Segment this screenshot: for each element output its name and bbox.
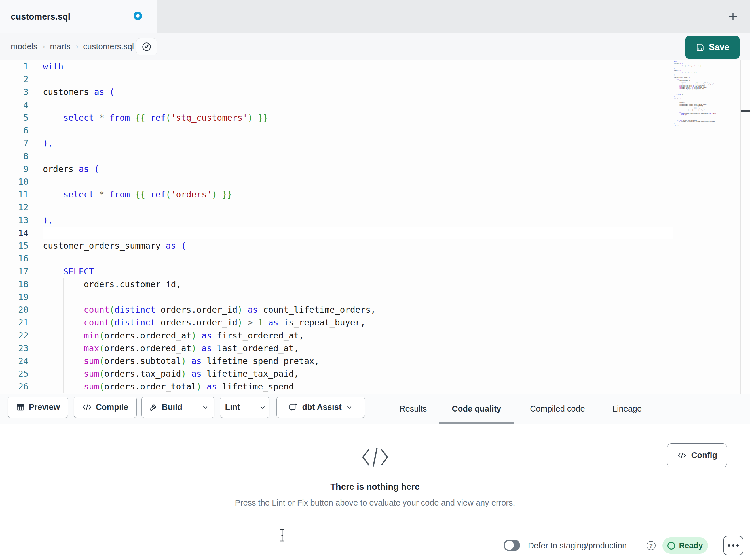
line-number: 17 [0,265,28,278]
breadcrumb-bar: models › marts › customers.sql Save [0,33,750,60]
ellipsis-icon [732,544,734,547]
tab-results[interactable]: Results [397,394,429,424]
save-button[interactable]: Save [685,36,739,59]
code-line-2[interactable]: 2 [0,73,750,86]
code-line-13[interactable]: 13), [0,214,750,227]
button-divider [193,397,193,417]
line-number: 10 [0,175,28,188]
code-line-7[interactable]: 7), [0,137,750,149]
more-options-button[interactable] [723,536,743,555]
preview-button-label: Preview [29,402,60,412]
line-number: 20 [0,303,28,316]
breadcrumb-item-file[interactable]: customers.sql [83,42,134,51]
overview-ruler[interactable] [741,60,750,394]
code-line-10[interactable]: 10 [0,175,750,188]
line-number: 16 [0,252,28,265]
dbt-ide-window: { "window": { "tab_title": "customers.sq… [0,0,750,560]
chevron-down-icon [202,403,209,411]
code-line-18[interactable]: 18 orders.customer_id, [0,278,750,291]
code-line-14[interactable]: 14 [0,227,750,240]
ready-badge-label: Ready [679,541,703,550]
code-line-15[interactable]: 15customer_orders_summary as ( [0,240,750,252]
wrench-icon [149,403,158,412]
save-button-label: Save [709,42,729,53]
compile-button-label: Compile [96,402,128,412]
line-number: 26 [0,380,28,393]
code-line-16[interactable]: 16 [0,252,750,265]
line-number: 1 [0,60,28,73]
code-line-3[interactable]: 3customers as ( [0,86,750,98]
empty-state-description: Press the Lint or Fix button above to ev… [0,498,750,507]
config-button-label: Config [691,451,717,460]
code-line-19[interactable]: 19 [0,291,750,303]
code-line-17[interactable]: 17 SELECT [0,265,750,278]
lint-dropdown-button[interactable] [254,397,271,417]
line-number: 8 [0,150,28,163]
code-line-24[interactable]: 24 sum(orders.subtotal) as lifetime_spen… [0,355,750,367]
build-dropdown-button[interactable] [197,397,214,417]
code-line-26[interactable]: 26 sum(orders.order_total) as lifetime_s… [0,380,750,393]
code-line-25[interactable]: 25 sum(orders.tax_paid) as lifetime_tax_… [0,367,750,380]
code-line-9[interactable]: 9orders as ( [0,163,750,175]
defer-toggle[interactable] [504,540,520,551]
line-number: 14 [0,227,28,240]
code-line-21[interactable]: 21 count(distinct orders.order_id) > 1 a… [0,316,750,329]
code-line-20[interactable]: 20 count(distinct orders.order_id) as co… [0,303,750,316]
line-number: 19 [0,291,28,303]
scroll-position-marker[interactable] [741,110,750,112]
code-line-11[interactable]: 11 select * from {{ ref('orders') }} [0,188,750,201]
breadcrumb-separator: › [76,42,78,51]
line-number: 2 [0,73,28,86]
compile-button[interactable]: Compile [74,397,137,418]
line-number: 7 [0,137,28,149]
explore-lineage-button[interactable] [136,38,157,55]
tab-code-quality[interactable]: Code quality [450,394,503,424]
code-icon [677,452,687,459]
build-button[interactable]: Build [143,397,189,417]
lint-button[interactable]: Lint [219,397,246,417]
code-line-1[interactable]: 1with [0,60,750,73]
active-tab-underline [439,422,514,424]
code-line-8[interactable]: 8 [0,150,750,163]
code-line-5[interactable]: 5 select * from {{ ref('stg_customers') … [0,111,750,124]
code-line-4[interactable]: 4 [0,99,750,111]
line-number: 6 [0,124,28,137]
breadcrumb-item-models[interactable]: models [11,42,37,51]
tab-lineage[interactable]: Lineage [611,394,644,424]
preview-button[interactable]: Preview [8,397,68,418]
tab-compiled-code[interactable]: Compiled code [526,394,589,424]
breadcrumb-item-marts[interactable]: marts [50,42,71,51]
floppy-icon [695,43,705,52]
status-badge-ready: Ready [663,537,708,554]
line-number: 23 [0,342,28,355]
code-editor[interactable]: 1with23customers as (45 select * from {{… [0,60,750,394]
text-cursor-icon [279,529,286,542]
file-tab-customers-sql[interactable]: customers.sql [0,0,157,33]
line-number: 5 [0,111,28,124]
new-tab-button[interactable] [716,0,750,33]
code-line-6[interactable]: 6 [0,124,750,137]
line-number: 15 [0,240,28,252]
build-button-label: Build [162,402,183,412]
code-line-22[interactable]: 22 min(orders.ordered_at) as first_order… [0,329,750,342]
breadcrumb-separator: › [42,42,45,51]
empty-state-title: There is nothing here [0,482,750,492]
help-icon[interactable]: ? [647,541,656,550]
code-icon [82,403,92,412]
unsaved-changes-dot-icon [134,12,142,20]
plus-icon [728,12,738,22]
chevron-down-icon [259,403,266,411]
build-split-button: Build [141,397,214,418]
minimap[interactable]: withcustomers as ( select * from {{ ref(… [674,61,716,129]
chevron-down-icon [346,403,353,411]
ellipsis-icon [728,544,730,547]
code-brackets-icon [360,444,390,470]
code-line-23[interactable]: 23 max(orders.ordered_at) as last_ordere… [0,342,750,355]
status-bar: Defer to staging/production ? Ready [0,531,750,560]
defer-label: Defer to staging/production [528,531,627,560]
code-line-12[interactable]: 12 [0,201,750,213]
dbt-assist-button-label: dbt Assist [302,402,341,412]
dbt-assist-button[interactable]: dbt Assist [276,397,365,418]
ellipsis-icon [736,544,739,547]
config-button[interactable]: Config [667,443,727,468]
